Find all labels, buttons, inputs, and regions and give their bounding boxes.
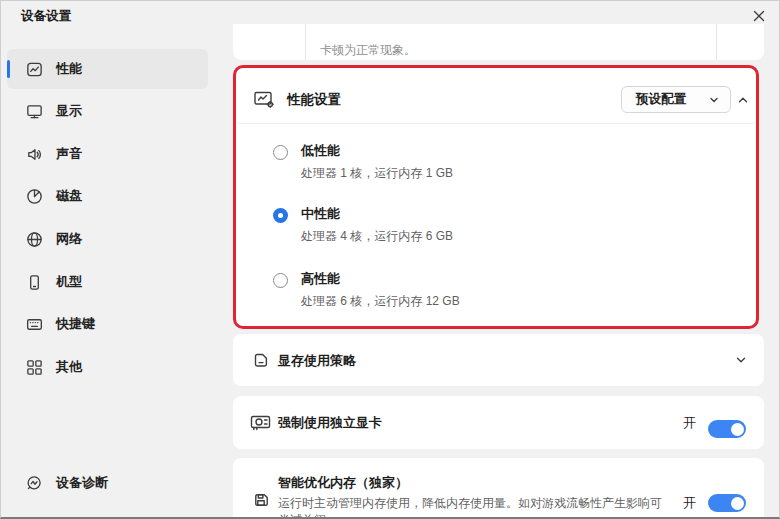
vram-card-icon	[251, 350, 271, 370]
sidebar-item-label: 磁盘	[56, 187, 82, 205]
sidebar-item-disk[interactable]: 磁盘	[7, 176, 208, 216]
chevron-down-icon	[708, 94, 720, 106]
grid-icon	[25, 358, 44, 377]
active-indicator	[7, 60, 10, 78]
sidebar-item-sound[interactable]: 声音	[7, 134, 208, 174]
scrolled-text: 卡顿为正常现象。	[320, 42, 416, 59]
sidebar-item-label: 设备诊断	[56, 474, 108, 492]
gpu-card-icon	[249, 414, 273, 432]
toggle-state-label: 开	[683, 414, 696, 432]
sidebar-item-label: 快捷键	[56, 315, 95, 333]
option-desc: 处理器 6 核，运行内存 12 GB	[301, 293, 460, 310]
disk-pie-icon	[25, 187, 44, 206]
card-title: 显存使用策略	[278, 352, 356, 370]
force-gpu-card: 强制使用独立显卡 开	[233, 396, 764, 449]
card-desc: 运行时主动管理内存使用，降低内存使用量。如对游戏流畅性产生影响可尝试关闭。	[278, 495, 670, 519]
performance-chart-icon	[25, 60, 44, 79]
floppy-icon	[251, 490, 271, 510]
option-desc: 处理器 4 核，运行内存 6 GB	[301, 228, 453, 245]
force-gpu-toggle[interactable]	[708, 420, 746, 438]
option-label: 高性能	[301, 270, 340, 288]
diagnose-icon	[25, 474, 44, 493]
sidebar-item-shortcuts[interactable]: 快捷键	[7, 304, 208, 344]
scrolled-info-box: 卡顿为正常现象。	[305, 24, 717, 60]
sidebar-item-label: 其他	[56, 358, 82, 376]
window-title: 设备设置	[21, 8, 71, 25]
radio-selected-icon[interactable]	[273, 208, 288, 223]
collapse-section-button[interactable]	[733, 90, 753, 110]
radio-icon[interactable]	[273, 145, 288, 160]
sidebar-item-display[interactable]: 显示	[7, 91, 208, 131]
vram-strategy-card[interactable]: 显存使用策略	[233, 334, 764, 386]
smart-memory-toggle[interactable]	[708, 494, 746, 512]
device-settings-window: 设备设置 性能 显示 声音 磁盘 网络	[0, 0, 780, 519]
performance-settings-section: 性能设置 预设配置 低性能 处理器 1 核，运行内存 1 GB 中性能 处理器 …	[233, 65, 759, 329]
sidebar-item-label: 机型	[56, 273, 82, 291]
sidebar-item-label: 声音	[56, 145, 82, 163]
sidebar-item-label: 网络	[56, 230, 82, 248]
sidebar-item-diagnose[interactable]: 设备诊断	[7, 463, 208, 503]
performance-settings-icon	[253, 89, 276, 109]
card-title: 智能优化内存（独家）	[278, 474, 408, 492]
device-icon	[25, 273, 44, 292]
close-icon	[752, 9, 766, 23]
sidebar-item-label: 性能	[56, 60, 82, 78]
sidebar-item-performance[interactable]: 性能	[7, 49, 208, 89]
chevron-up-icon	[735, 92, 751, 108]
sidebar-item-label: 显示	[56, 102, 82, 120]
keyboard-icon	[25, 315, 44, 334]
section-title: 性能设置	[287, 91, 341, 109]
option-label: 中性能	[301, 205, 340, 223]
divider	[238, 123, 754, 124]
preset-config-label: 预设配置	[636, 91, 686, 108]
radio-icon[interactable]	[273, 273, 288, 288]
toggle-state-label: 开	[683, 494, 696, 512]
sidebar-item-model[interactable]: 机型	[7, 262, 208, 302]
globe-icon	[25, 230, 44, 249]
chevron-down-icon	[733, 352, 749, 368]
speaker-icon	[25, 145, 44, 164]
sidebar-item-other[interactable]: 其他	[7, 347, 208, 387]
expand-section-button[interactable]	[731, 350, 751, 370]
option-label: 低性能	[301, 142, 340, 160]
sidebar-item-network[interactable]: 网络	[7, 219, 208, 259]
option-desc: 处理器 1 核，运行内存 1 GB	[301, 165, 453, 182]
scrolled-card: 卡顿为正常现象。	[233, 24, 764, 60]
smart-memory-card: 智能优化内存（独家） 运行时主动管理内存使用，降低内存使用量。如对游戏流畅性产生…	[233, 458, 764, 519]
monitor-icon	[25, 102, 44, 121]
card-title: 强制使用独立显卡	[278, 414, 382, 432]
preset-config-dropdown[interactable]: 预设配置	[621, 86, 731, 113]
